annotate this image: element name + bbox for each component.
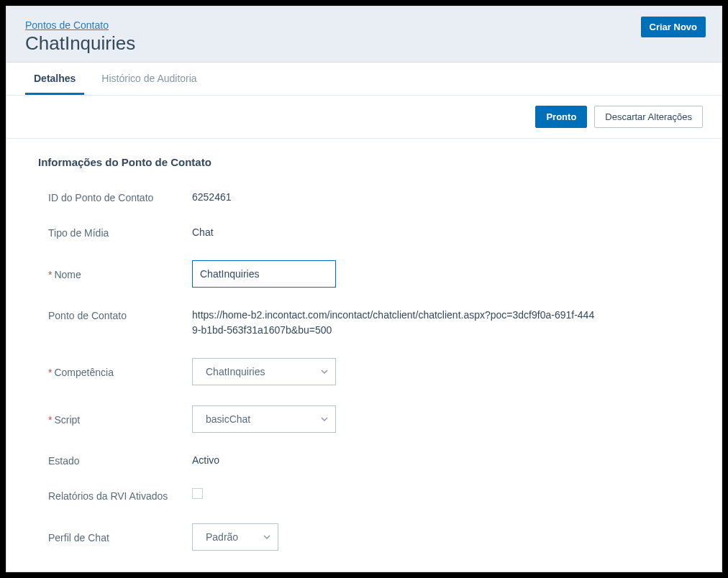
field-value: Activo	[192, 453, 690, 468]
field-value-wrap: basicChat	[192, 405, 690, 433]
tab-details[interactable]: Detalhes	[25, 63, 84, 95]
label-text: Nome	[54, 269, 81, 280]
field-label: Tipo de Interface	[48, 571, 192, 572]
ivr-reports-checkbox[interactable]	[192, 488, 203, 499]
field-skill: *Competência ChatInquiries	[48, 358, 690, 385]
field-name: *Nome	[48, 260, 690, 288]
required-marker: *	[48, 269, 52, 280]
field-value: 6252461	[192, 190, 690, 205]
field-ivr-reports: Relatórios da RVI Ativados	[48, 488, 690, 503]
field-value: Chat	[192, 225, 690, 240]
required-marker: *	[48, 367, 52, 378]
page-title: ChatInquiries	[25, 32, 703, 62]
app-frame: Pontos de Contato ChatInquiries Criar No…	[6, 6, 722, 572]
discard-button[interactable]: Descartar Alterações	[594, 106, 703, 128]
field-script: *Script basicChat	[48, 405, 690, 433]
action-row: Pronto Descartar Alterações	[6, 96, 722, 139]
required-marker: *	[48, 414, 52, 426]
field-media-type: Tipo de Mídia Chat	[48, 225, 690, 240]
field-id: ID do Ponto de Contato 6252461	[48, 190, 690, 205]
field-label: Tipo de Mídia	[48, 225, 192, 240]
field-label: *Nome	[48, 267, 192, 282]
field-value-wrap	[192, 488, 690, 503]
field-label: ID do Ponto de Contato	[48, 190, 192, 205]
field-value: V1 (ASPX)	[192, 571, 690, 572]
field-value: https://home-b2.incontact.com/incontact/…	[192, 308, 595, 338]
field-value-wrap: Padrão	[192, 523, 690, 551]
chevron-down-icon	[321, 416, 328, 423]
form-area: Informações do Ponto de Contato ID do Po…	[6, 139, 722, 572]
section-title: Informações do Ponto de Contato	[38, 156, 690, 168]
field-contact-point: Ponto de Contato https://home-b2.inconta…	[48, 308, 690, 338]
select-value: basicChat	[206, 412, 250, 427]
name-input[interactable]	[192, 260, 336, 288]
chevron-down-icon	[321, 368, 328, 375]
create-new-button[interactable]: Criar Novo	[641, 17, 706, 37]
field-chat-profile: Perfil de Chat Padrão	[48, 523, 690, 551]
chat-profile-select[interactable]: Padrão	[192, 523, 278, 551]
label-text: Script	[54, 414, 80, 426]
chevron-down-icon	[263, 533, 270, 541]
select-value: Padrão	[206, 530, 238, 545]
skill-select[interactable]: ChatInquiries	[192, 358, 336, 385]
select-value: ChatInquiries	[206, 364, 265, 380]
header: Pontos de Contato ChatInquiries Criar No…	[6, 6, 722, 62]
field-state: Estado Activo	[48, 453, 690, 468]
field-label: Perfil de Chat	[48, 530, 192, 545]
tab-bar: Detalhes Histórico de Auditoria	[6, 62, 722, 96]
field-label: *Competência	[48, 364, 192, 380]
field-value-wrap: ChatInquiries	[192, 358, 690, 385]
field-label: Ponto de Contato	[48, 308, 192, 323]
label-text: Competência	[54, 367, 114, 378]
script-select[interactable]: basicChat	[192, 405, 336, 433]
tab-audit-history[interactable]: Histórico de Auditoria	[84, 63, 214, 95]
field-label: *Script	[48, 412, 192, 427]
field-value-wrap	[192, 260, 690, 288]
field-label: Estado	[48, 453, 192, 468]
field-label: Relatórios da RVI Ativados	[48, 488, 192, 503]
field-interface-type: Tipo de Interface V1 (ASPX)	[48, 571, 690, 572]
done-button[interactable]: Pronto	[535, 106, 587, 128]
form-table: ID do Ponto de Contato 6252461 Tipo de M…	[38, 190, 690, 572]
breadcrumb[interactable]: Pontos de Contato	[25, 19, 109, 32]
